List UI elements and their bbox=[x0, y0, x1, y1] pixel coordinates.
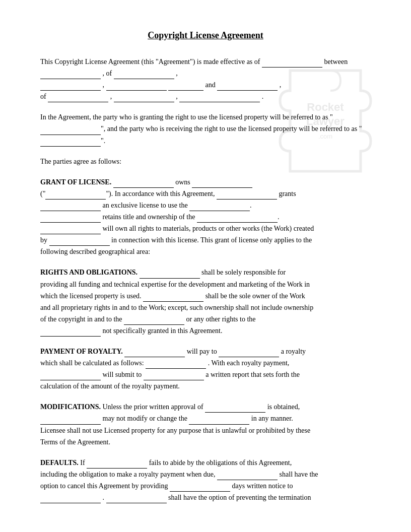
preamble-section: In the Agreement, the party who is grant… bbox=[40, 111, 371, 146]
blank-p1 bbox=[124, 350, 185, 357]
blank-licensor-name bbox=[40, 128, 101, 135]
blank-g8 bbox=[197, 216, 278, 223]
blank-m1 bbox=[205, 406, 265, 413]
agree-section: The parties agree as follows: bbox=[40, 156, 371, 167]
blank-d3 bbox=[170, 485, 230, 492]
intro-section: This Copyright License Agreement (this "… bbox=[40, 56, 371, 102]
blank-g1 bbox=[113, 181, 174, 188]
grant-section: GRANT OF LICENSE. owns (""). In accordan… bbox=[40, 176, 371, 258]
blank-r4 bbox=[40, 329, 101, 337]
document-title: Copyright License Agreement bbox=[40, 30, 371, 41]
blank-g5 bbox=[40, 204, 101, 211]
agree-text: The parties agree as follows: bbox=[40, 158, 121, 165]
blank-p4 bbox=[40, 373, 101, 380]
blank-party2 bbox=[217, 84, 278, 91]
blank-g7 bbox=[40, 216, 101, 223]
blank-location1 bbox=[114, 72, 174, 79]
payment-header: PAYMENT OF ROYALTY. bbox=[40, 348, 123, 355]
blank-g3 bbox=[45, 192, 106, 200]
blank-g9 bbox=[40, 227, 101, 234]
rights-section: RIGHTS AND OBLIGATIONS. shall be solely … bbox=[40, 267, 371, 337]
defaults-section: DEFAULTS. If fails to abide by the oblig… bbox=[40, 457, 371, 503]
blank-r2 bbox=[143, 295, 203, 302]
preamble-text1: In the Agreement, the party who is grant… bbox=[40, 113, 333, 121]
blank-g4 bbox=[217, 192, 277, 200]
blank-d5 bbox=[106, 496, 167, 503]
blank-g6 bbox=[189, 204, 250, 211]
blank-p2 bbox=[219, 350, 279, 357]
blank-r3 bbox=[124, 318, 184, 325]
modifications-header: MODIFICATIONS. bbox=[40, 403, 101, 411]
blank-state2 bbox=[179, 95, 260, 102]
blank-city2 bbox=[114, 95, 174, 102]
blank-r1 bbox=[140, 272, 200, 279]
blank-d4 bbox=[40, 496, 101, 503]
intro-text1: This Copyright License Agreement (this "… bbox=[40, 58, 260, 65]
blank-party1 bbox=[40, 72, 101, 79]
blank-party1b bbox=[40, 84, 101, 91]
blank-p5 bbox=[144, 373, 204, 380]
blank-g10 bbox=[49, 239, 110, 246]
footer: This is a RocketLawyer.com document. bbox=[40, 523, 371, 532]
payment-section: PAYMENT OF ROYALTY. will pay to a royalt… bbox=[40, 346, 371, 392]
blank-g2 bbox=[192, 181, 252, 188]
defaults-header: DEFAULTS. bbox=[40, 459, 79, 467]
modifications-section: MODIFICATIONS. Unless the prior written … bbox=[40, 401, 371, 447]
blank-location2 bbox=[48, 95, 108, 102]
blank-state1 bbox=[168, 84, 203, 91]
blank-d1 bbox=[87, 461, 147, 469]
document-page: Rocket Lawyer .com Copyright License Agr… bbox=[0, 0, 411, 532]
rights-header: RIGHTS AND OBLIGATIONS. bbox=[40, 269, 138, 276]
blank-licensee-name bbox=[40, 140, 101, 147]
blank-city1 bbox=[106, 84, 167, 91]
blank-p3 bbox=[146, 362, 206, 369]
blank-m3 bbox=[189, 418, 249, 425]
blank-effective-date bbox=[262, 60, 322, 68]
blank-d2 bbox=[217, 473, 278, 480]
grant-header: GRANT OF LICENSE. bbox=[40, 178, 111, 186]
blank-m2 bbox=[40, 418, 101, 425]
